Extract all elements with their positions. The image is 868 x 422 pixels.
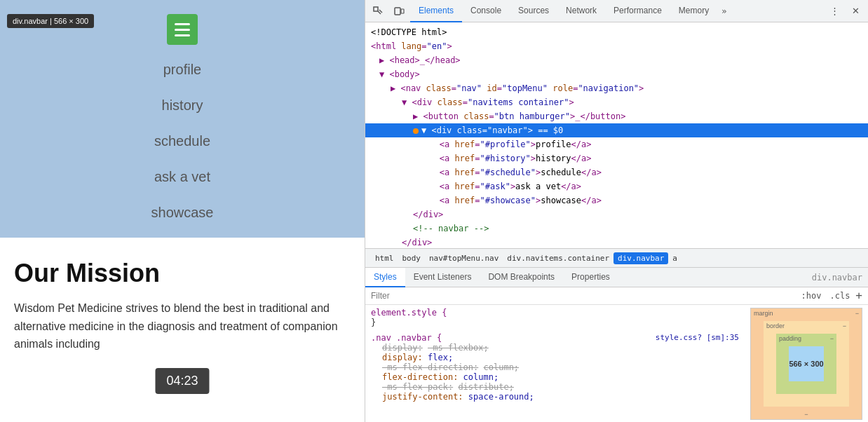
element-tooltip: div.navbar | 566 × 300 [7, 14, 94, 28]
nav-link-showcase[interactable]: showcase [0, 195, 365, 231]
tab-properties[interactable]: Properties [563, 268, 618, 287]
elements-content: <!DOCTYPE html> <html lang="en"> ▶ <head… [365, 22, 868, 422]
nav-navbar-rule: .nav .navbar { style.css? [sm]:35 displa… [371, 333, 739, 402]
tab-memory[interactable]: Memory [670, 0, 717, 22]
styles-rules: element.style { } .nav .navbar { style.c… [371, 308, 739, 419]
main-content: Our Mission Wisdom Pet Medicine strives … [0, 238, 365, 374]
cls-button[interactable]: .cls [827, 290, 853, 301]
dom-tree[interactable]: <!DOCTYPE html> <html lang="en"> ▶ <head… [365, 22, 868, 248]
breadcrumb-body[interactable]: body [398, 252, 426, 264]
dom-line-a-profile[interactable]: <a href="#profile">profile</a> [365, 137, 868, 151]
dom-line-html[interactable]: <html lang="en"> [365, 39, 868, 53]
svg-line-1 [379, 10, 382, 13]
breadcrumb-bar: html body nav#topMenu.nav div.navitems.c… [365, 248, 868, 268]
dom-line-comment-navbar[interactable]: <!-- navbar --> [365, 222, 868, 236]
element-style-label: div.navbar [618, 268, 868, 287]
styles-tabs: Styles Event Listeners DOM Breakpoints P… [365, 268, 868, 287]
devtools-panel: Elements Console Sources Network Perform… [365, 0, 868, 422]
nav-link-ask[interactable]: ask a vet [0, 159, 365, 195]
padding-label: padding [779, 335, 801, 342]
svg-rect-3 [395, 8, 400, 15]
mission-text: Wisdom Pet Medicine strives to blend the… [14, 299, 351, 353]
breadcrumb-a[interactable]: a [668, 252, 681, 264]
dom-line-body[interactable]: ▼ <body> [365, 67, 868, 81]
dom-line-div-close[interactable]: </div> [365, 207, 868, 222]
box-content: 566 × 300 [789, 346, 824, 381]
tab-sources[interactable]: Sources [510, 0, 557, 22]
hov-button[interactable]: :hov [799, 290, 825, 301]
mission-title: Our Mission [14, 259, 351, 288]
margin-dash-bottom: − [804, 411, 808, 418]
padding-dash: − [830, 335, 834, 342]
styles-content: element.style { } .nav .navbar { style.c… [365, 305, 868, 422]
dom-line-a-ask[interactable]: <a href="#ask">ask a vet</a> [365, 179, 868, 193]
timestamp-badge: 04:23 [155, 368, 209, 394]
dom-line-doctype[interactable]: <!DOCTYPE html> [365, 25, 868, 39]
styles-pseudo-buttons: :hov .cls + [799, 290, 862, 301]
margin-label: margin [754, 310, 773, 317]
dom-line-nav-top[interactable]: ▶ <nav class="nav" id="topMenu" role="na… [365, 81, 868, 95]
breadcrumb-html[interactable]: html [371, 252, 398, 264]
devtools-toolbar-right: ⋮ ✕ [825, 1, 865, 21]
dom-line-head[interactable]: ▶ <head>_</head> [365, 53, 868, 67]
add-style-button[interactable]: + [855, 290, 862, 301]
breadcrumb-nav[interactable]: nav#topMenu.nav [425, 252, 503, 264]
hamburger-line-1 [175, 23, 190, 25]
dom-line-a-history[interactable]: <a href="#history">history</a> [365, 151, 868, 165]
device-toolbar-button[interactable] [389, 1, 409, 21]
tab-console[interactable]: Console [462, 0, 510, 22]
svg-rect-0 [374, 7, 378, 11]
devtools-more-button[interactable]: ⋮ [825, 1, 844, 21]
dom-line-a-schedule[interactable]: <a href="#schedule">schedule</a> [365, 165, 868, 179]
hamburger-line-3 [175, 34, 190, 36]
element-style-rule: element.style { } [371, 308, 739, 327]
tab-more-button[interactable]: » [717, 0, 731, 22]
devtools-close-button[interactable]: ✕ [846, 1, 865, 21]
tab-elements[interactable]: Elements [410, 0, 462, 22]
box-size: 566 × 300 [789, 360, 823, 368]
inspect-element-button[interactable] [368, 1, 388, 21]
dom-line-button[interactable]: ▶ <button class="btn hamburger">_</butto… [365, 109, 868, 123]
tab-dom-breakpoints[interactable]: DOM Breakpoints [480, 268, 563, 287]
hamburger-line-2 [175, 29, 190, 31]
breadcrumb-div-navitems[interactable]: div.navitems.container [503, 252, 613, 264]
dom-line-div-close2[interactable]: </div> [365, 236, 868, 248]
styles-filter-input[interactable] [371, 291, 793, 301]
tab-styles[interactable]: Styles [365, 268, 405, 287]
devtools-tabs: Elements Console Sources Network Perform… [410, 0, 823, 22]
nav-menu: profile history schedule ask a vet showc… [0, 0, 365, 238]
dom-line-div-navitems[interactable]: ▼ <div class="navitems container"> [365, 95, 868, 109]
tab-event-listeners[interactable]: Event Listeners [405, 268, 480, 287]
tab-performance[interactable]: Performance [605, 0, 670, 22]
tab-network[interactable]: Network [557, 0, 605, 22]
styles-panel: Styles Event Listeners DOM Breakpoints P… [365, 268, 868, 422]
svg-rect-4 [401, 9, 404, 13]
dom-line-a-showcase[interactable]: <a href="#showcase">showcase</a> [365, 193, 868, 207]
styles-filter-bar: :hov .cls + [365, 287, 868, 305]
box-model: margin − border − padding − 5 [750, 308, 862, 420]
svg-line-2 [378, 11, 381, 14]
nav-link-history[interactable]: history [0, 88, 365, 123]
navbar: profile history schedule ask a vet showc… [0, 52, 365, 231]
border-label: border [766, 322, 785, 329]
nav-link-schedule[interactable]: schedule [0, 123, 365, 159]
border-dash: − [843, 322, 846, 329]
nav-link-profile[interactable]: profile [0, 52, 365, 88]
hamburger-button[interactable] [167, 14, 198, 45]
dom-line-navbar-selected[interactable]: ▼ <div class="navbar"> == $0 [365, 123, 868, 137]
webpage-panel: div.navbar | 566 × 300 profile history s… [0, 0, 365, 422]
margin-dash-top: − [855, 310, 859, 317]
devtools-toolbar: Elements Console Sources Network Perform… [365, 0, 868, 22]
breadcrumb-div-navbar[interactable]: div.navbar [613, 252, 668, 264]
